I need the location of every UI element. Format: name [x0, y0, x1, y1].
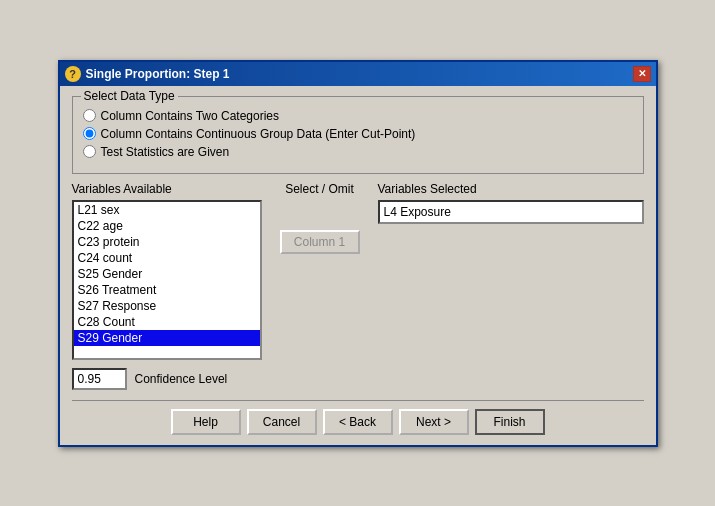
variables-selected-input[interactable] — [378, 200, 644, 224]
button-row: Help Cancel < Back Next > Finish — [72, 400, 644, 435]
data-type-group: Select Data Type Column Contains Two Cat… — [72, 96, 644, 174]
title-bar: ? Single Proportion: Step 1 ✕ — [60, 62, 656, 86]
close-button[interactable]: ✕ — [633, 66, 651, 82]
window-icon: ? — [65, 66, 81, 82]
help-button[interactable]: Help — [171, 409, 241, 435]
finish-button[interactable]: Finish — [475, 409, 545, 435]
list-item[interactable]: C28 Count — [74, 314, 260, 330]
list-item[interactable]: C24 count — [74, 250, 260, 266]
radio-row-2: Column Contains Continuous Group Data (E… — [83, 127, 633, 141]
confidence-row: Confidence Level — [72, 368, 644, 390]
list-item[interactable]: L21 sex — [74, 202, 260, 218]
back-button[interactable]: < Back — [323, 409, 393, 435]
radio-row-1: Column Contains Two Categories — [83, 109, 633, 123]
column-1-button[interactable]: Column 1 — [280, 230, 360, 254]
window-title: Single Proportion: Step 1 — [86, 67, 230, 81]
radio-continuous[interactable] — [83, 127, 96, 140]
cancel-button[interactable]: Cancel — [247, 409, 317, 435]
label-test-statistics: Test Statistics are Given — [101, 145, 230, 159]
select-omit-header: Select / Omit — [285, 182, 354, 196]
select-omit-col: Select / Omit Column 1 — [270, 182, 370, 360]
variables-available-header: Variables Available — [72, 182, 262, 196]
next-button[interactable]: Next > — [399, 409, 469, 435]
variables-selected-col: Variables Selected — [378, 182, 644, 360]
label-continuous: Column Contains Continuous Group Data (E… — [101, 127, 416, 141]
radio-test-statistics[interactable] — [83, 145, 96, 158]
list-item[interactable]: C22 age — [74, 218, 260, 234]
list-item[interactable]: S27 Response — [74, 298, 260, 314]
content-area: Select Data Type Column Contains Two Cat… — [60, 86, 656, 445]
variables-selected-header: Variables Selected — [378, 182, 644, 196]
list-item[interactable]: S29 Gender — [74, 330, 260, 346]
confidence-input[interactable] — [72, 368, 127, 390]
list-item[interactable]: S25 Gender — [74, 266, 260, 282]
radio-row-3: Test Statistics are Given — [83, 145, 633, 159]
label-two-categories: Column Contains Two Categories — [101, 109, 280, 123]
title-bar-left: ? Single Proportion: Step 1 — [65, 66, 230, 82]
main-columns: Variables Available L21 sexC22 ageC23 pr… — [72, 182, 644, 360]
variables-available-col: Variables Available L21 sexC22 ageC23 pr… — [72, 182, 262, 360]
list-item[interactable]: S26 Treatment — [74, 282, 260, 298]
data-type-legend: Select Data Type — [81, 89, 178, 103]
variables-available-list[interactable]: L21 sexC22 ageC23 proteinC24 countS25 Ge… — [72, 200, 262, 360]
radio-two-categories[interactable] — [83, 109, 96, 122]
list-item[interactable]: C23 protein — [74, 234, 260, 250]
main-window: ? Single Proportion: Step 1 ✕ Select Dat… — [58, 60, 658, 447]
confidence-label: Confidence Level — [135, 372, 228, 386]
